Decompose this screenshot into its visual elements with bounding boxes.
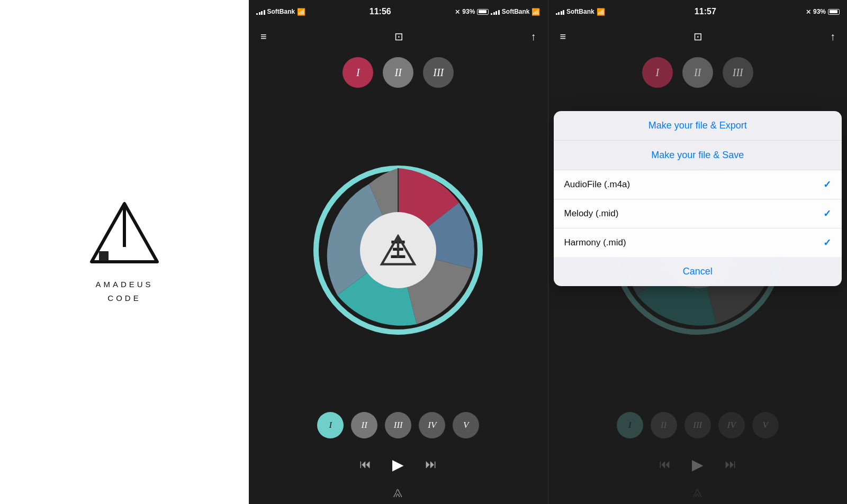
phone1-time: 11:56 xyxy=(370,7,391,16)
phone2-circle-3: III xyxy=(684,412,711,438)
audiofile-label: AudioFile (.m4a) xyxy=(564,179,630,190)
phone1-seg-3[interactable]: III xyxy=(423,57,454,88)
phone2-battery-fill xyxy=(830,10,837,13)
phone1-airplay-icon[interactable]: ⩓ xyxy=(392,487,404,500)
phone2-status-left: SoftBank 📶 xyxy=(556,8,605,16)
svg-rect-1 xyxy=(99,251,109,261)
phone1-share-icon[interactable]: ↑ xyxy=(530,31,536,43)
phone1-airplay-area: ⩓ xyxy=(249,483,548,504)
phone2-prev-btn: ⏮ xyxy=(659,457,671,471)
phone1-carrier: SoftBank xyxy=(267,8,295,15)
cancel-btn[interactable]: Cancel xyxy=(554,257,842,286)
harmony-label: Harmony (.mid) xyxy=(564,237,626,248)
phone1-pages-icon[interactable]: ⊡ xyxy=(394,30,403,43)
phone1-segment-row: I II III xyxy=(249,50,548,93)
battery-icon xyxy=(477,9,489,15)
harmony-option[interactable]: Harmony (.mid) ✓ xyxy=(554,228,842,257)
phone2-signal-bars-icon xyxy=(556,8,565,15)
logo-triangle-icon xyxy=(87,199,161,268)
export-btn[interactable]: Make your file & Export xyxy=(554,111,842,141)
logo-text: AMADEUS CODE xyxy=(95,278,153,305)
phone1-play-btn[interactable]: ▶ xyxy=(392,456,404,473)
phone2-bluetooth-icon: ⨯ xyxy=(806,8,811,15)
phone2-airplay-icon: ⩓ xyxy=(692,487,704,500)
phone2-transport-bar: ⏮ ▶ ⏭ xyxy=(548,446,848,483)
phone1-wheel-area: Ξ xyxy=(249,93,548,407)
phone-1: SoftBank 📶 11:56 ⨯ 93% SoftBank 📶 xyxy=(249,0,548,504)
phone2-carrier: SoftBank xyxy=(566,8,594,15)
phone2-nav-bar: ≡ ⊡ ↑ xyxy=(548,23,848,50)
melody-label: Melody (.mid) xyxy=(564,208,619,219)
audiofile-option[interactable]: AudioFile (.m4a) ✓ xyxy=(554,170,842,199)
phone1-circle-1[interactable]: I xyxy=(317,412,344,438)
phone2-circle-2: II xyxy=(651,412,677,438)
phone1-menu-icon[interactable]: ≡ xyxy=(260,31,267,43)
phone2-battery-icon xyxy=(828,9,840,15)
phone2-seg-2[interactable]: II xyxy=(682,57,713,88)
phone2-share-icon[interactable]: ↑ xyxy=(830,31,835,43)
wifi-icon: 📶 xyxy=(297,8,305,16)
harmony-check: ✓ xyxy=(823,237,831,249)
phones-section: SoftBank 📶 11:56 ⨯ 93% SoftBank 📶 xyxy=(249,0,847,504)
bluetooth-icon: ⨯ xyxy=(455,8,460,15)
phone1-next-btn[interactable]: ⏭ xyxy=(425,457,437,471)
melody-check: ✓ xyxy=(823,208,831,219)
phone1-status-bar: SoftBank 📶 11:56 ⨯ 93% SoftBank 📶 xyxy=(249,0,548,23)
phone1-nav-bar: ≡ ⊡ ↑ xyxy=(249,23,548,50)
phone1-carrier-2: SoftBank xyxy=(502,8,530,15)
phone2-status-right: ⨯ 93% xyxy=(806,8,840,15)
phone2-seg-1[interactable]: I xyxy=(642,57,673,88)
export-dropdown-menu: Make your file & Export Make your file &… xyxy=(554,111,842,286)
phone2-circle-4: IV xyxy=(718,412,745,438)
phone2-airplay-area: ⩓ xyxy=(548,483,848,504)
phone1-transport-bar: ⏮ ▶ ⏭ xyxy=(249,446,548,483)
phone1-circle-2[interactable]: II xyxy=(351,412,377,438)
signal-bars-2-icon xyxy=(491,8,500,15)
phone2-circle-5: V xyxy=(752,412,779,438)
phone1-battery-pct: 93% xyxy=(462,8,475,15)
phone2-menu-icon[interactable]: ≡ xyxy=(560,31,566,43)
phone2-play-btn: ▶ xyxy=(692,456,704,473)
phone1-bottom-circles: I II III IV V xyxy=(249,407,548,446)
phone1-seg-2[interactable]: II xyxy=(383,57,413,88)
phone2-status-bar: SoftBank 📶 11:57 ⨯ 93% xyxy=(548,0,848,23)
phone2-bottom-circles: I II III IV V xyxy=(548,407,848,446)
phone2-segment-row: I II III xyxy=(548,50,848,93)
phone2-time: 11:57 xyxy=(695,7,716,16)
wheel-center-logo xyxy=(372,224,425,277)
phone1-status-right: ⨯ 93% SoftBank 📶 xyxy=(455,8,540,16)
phone1-circle-3[interactable]: III xyxy=(385,412,411,438)
signal-bars-icon xyxy=(256,8,265,15)
phone2-circle-1: I xyxy=(617,412,643,438)
phone-2: SoftBank 📶 11:57 ⨯ 93% ≡ ⊡ ↑ I II III xyxy=(548,0,848,504)
phone2-next-btn: ⏭ xyxy=(725,457,736,471)
phone1-prev-btn[interactable]: ⏮ xyxy=(359,457,371,471)
phone2-battery-pct: 93% xyxy=(813,8,826,15)
phone1-circle-4[interactable]: IV xyxy=(419,412,445,438)
audiofile-check: ✓ xyxy=(823,179,831,190)
wifi-2-icon: 📶 xyxy=(531,8,540,16)
phone2-pages-icon[interactable]: ⊡ xyxy=(693,30,702,43)
left-panel: AMADEUS CODE xyxy=(0,0,249,504)
phone1-status-left: SoftBank 📶 xyxy=(256,8,305,16)
phone1-seg-1[interactable]: I xyxy=(343,57,373,88)
phone1-circle-5[interactable]: V xyxy=(453,412,479,438)
save-btn[interactable]: Make your file & Save xyxy=(554,141,842,170)
phone2-seg-3[interactable]: III xyxy=(723,57,753,88)
melody-option[interactable]: Melody (.mid) ✓ xyxy=(554,199,842,228)
logo-container: AMADEUS CODE xyxy=(87,199,161,305)
battery-fill xyxy=(479,10,486,13)
phone2-wifi-icon: 📶 xyxy=(597,8,605,16)
